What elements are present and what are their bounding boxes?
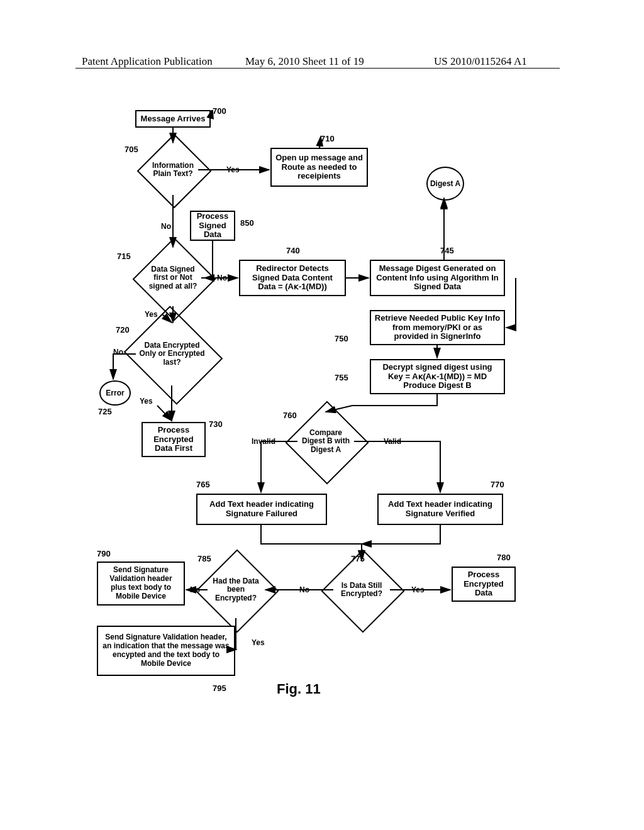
ref-795: 795	[213, 683, 226, 693]
label-no-785: No	[190, 585, 200, 594]
label-invalid: Invalid	[252, 437, 275, 446]
label-no-720: No	[113, 348, 123, 357]
header-right: US 2010/0115264 A1	[434, 55, 527, 68]
node-decrypt-digest: Decrypt signed digest using Key = Aᴋ(Aᴋ-…	[370, 359, 505, 394]
node-compare-digest: Compare Digest B with Digest A	[297, 413, 354, 470]
figure-label: Fig. 11	[277, 681, 321, 697]
ref-770: 770	[491, 480, 504, 489]
label-no-775: No	[299, 585, 309, 594]
ref-750: 750	[335, 334, 348, 343]
node-data-encrypted-only: Data Encrypted Only or Encrypted last?	[136, 323, 208, 385]
node-retrieve-public-key: Retrieve Needed Public Key Info from mem…	[370, 310, 505, 345]
ref-700: 700	[213, 106, 226, 116]
node-message-arrives: Message Arrives	[135, 110, 211, 128]
node-process-signed-data: Process Signed Data	[190, 211, 235, 241]
label-yes-785: Yes	[252, 638, 265, 647]
header-left: Patent Application Publication	[82, 55, 213, 68]
node-message-digest-generated: Message Digest Generated on Content Info…	[370, 260, 505, 296]
node-process-encrypted: Process Encrypted Data	[452, 567, 516, 602]
node-send-header-encrypted-text: Send Signature Validation header, an ind…	[97, 626, 235, 676]
ref-725: 725	[98, 407, 112, 416]
ref-790: 790	[97, 549, 111, 558]
ref-775: 775	[351, 554, 365, 563]
node-sig-verified: Add Text header indicating Signature Ver…	[377, 494, 503, 525]
label-no-715: No	[217, 274, 227, 282]
node-had-been-encrypted: Had the Data been Encrypted?	[208, 562, 264, 618]
ref-715: 715	[117, 252, 131, 261]
node-send-header-text: Send Signature Validation header plus te…	[97, 562, 185, 606]
ref-785: 785	[197, 554, 211, 563]
node-sig-failed: Add Text header indicating Signature Fai…	[196, 494, 327, 525]
label-yes-705: Yes	[226, 165, 240, 174]
header-center: May 6, 2010 Sheet 11 of 19	[245, 55, 364, 68]
label-no-705: No	[161, 222, 171, 231]
header-rule	[75, 68, 560, 69]
label-valid: Valid	[384, 437, 401, 446]
ref-765: 765	[196, 480, 210, 489]
node-data-signed-first: Data Signed first or Not signed at all?	[145, 250, 201, 306]
ref-730: 730	[209, 419, 223, 429]
ref-705: 705	[125, 145, 138, 154]
node-info-plain-text: Information Plain Text?	[148, 145, 198, 195]
ref-760: 760	[283, 411, 297, 420]
ref-740: 740	[286, 246, 300, 255]
label-yes-775: Yes	[411, 585, 425, 594]
ref-720: 720	[116, 325, 130, 335]
node-digest-a: Digest A	[426, 167, 464, 201]
node-process-encrypted-first: Process Encrypted Data First	[142, 422, 206, 457]
ref-850: 850	[240, 218, 254, 228]
flowchart: Message Arrives 700 Information Plain Te…	[101, 110, 553, 751]
node-error: Error	[99, 380, 131, 406]
ref-755: 755	[335, 373, 348, 382]
ref-710: 710	[321, 134, 335, 143]
ref-745: 745	[440, 246, 454, 255]
node-open-route: Open up message and Route as needed to r…	[270, 148, 368, 187]
node-still-encrypted: Is Data Still Encrypted?	[333, 562, 390, 618]
label-yes-720: Yes	[140, 397, 153, 406]
node-redirector-detects: Redirector Detects Signed Data Content D…	[239, 260, 346, 296]
ref-780: 780	[497, 553, 511, 562]
label-yes-715: Yes	[145, 310, 158, 319]
